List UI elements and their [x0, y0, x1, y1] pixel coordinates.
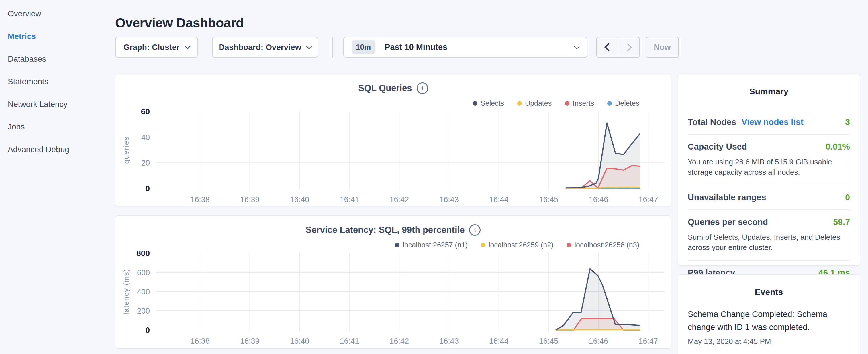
- svg-text:600: 600: [137, 268, 150, 277]
- summary-row-queries-per-second: Queries per second 59.7 Sum of Selects, …: [688, 210, 850, 261]
- chevron-down-icon: [574, 43, 580, 49]
- sidebar-item-network-latency[interactable]: Network Latency: [0, 93, 112, 116]
- page-title: Overview Dashboard: [115, 15, 244, 31]
- chevron-down-icon: [306, 43, 312, 49]
- svg-text:0: 0: [145, 184, 150, 193]
- svg-text:16:40: 16:40: [290, 195, 309, 204]
- summary-description: You are using 28.6 MiB of 515.9 GiB usab…: [688, 157, 850, 178]
- time-range-label: Past 10 Minutes: [384, 42, 447, 52]
- event-item[interactable]: Schema Change Completed: Schema change w…: [688, 308, 850, 334]
- summary-value: 0: [845, 192, 850, 202]
- sidebar-item-statements[interactable]: Statements: [0, 70, 112, 93]
- svg-text:16:42: 16:42: [390, 337, 409, 345]
- time-range-badge: 10m: [352, 40, 375, 54]
- svg-text:16:46: 16:46: [589, 195, 608, 204]
- svg-text:16:45: 16:45: [539, 195, 559, 204]
- svg-text:latency (ms): latency (ms): [122, 269, 130, 315]
- view-nodes-list-link[interactable]: View nodes list: [741, 117, 803, 127]
- svg-text:16:44: 16:44: [489, 195, 509, 204]
- latency-chart[interactable]: 020040060080016:3816:3916:4016:4116:4216…: [116, 216, 672, 349]
- summary-label: Unavailable ranges: [688, 192, 766, 202]
- summary-row-total-nodes: Total Nodes View nodes list 3: [688, 110, 850, 135]
- time-step-buttons: [596, 37, 640, 58]
- summary-heading: Summary: [688, 87, 850, 96]
- svg-text:16:42: 16:42: [390, 195, 409, 204]
- svg-text:16:47: 16:47: [639, 195, 658, 204]
- svg-text:16:38: 16:38: [190, 337, 210, 345]
- service-latency-chart-card: Service Latency: SQL, 99th percentile i …: [115, 215, 671, 349]
- svg-text:200: 200: [137, 307, 150, 315]
- svg-text:16:43: 16:43: [439, 195, 459, 204]
- sidebar-item-advanced-debug[interactable]: Advanced Debug: [0, 138, 112, 161]
- svg-text:60: 60: [141, 107, 150, 116]
- svg-text:20: 20: [141, 159, 150, 167]
- dashboard-label: Dashboard: Overview: [219, 43, 302, 52]
- svg-text:40: 40: [141, 133, 150, 142]
- svg-text:0: 0: [145, 326, 150, 334]
- summary-row-unavailable-ranges: Unavailable ranges 0: [688, 185, 850, 210]
- chevron-right-icon: [624, 43, 631, 51]
- svg-text:16:47: 16:47: [639, 337, 658, 345]
- svg-text:16:39: 16:39: [240, 337, 260, 345]
- svg-text:queries: queries: [122, 136, 130, 164]
- summary-row-capacity-used: Capacity Used 0.01% You are using 28.6 M…: [688, 135, 850, 185]
- chevron-down-icon: [184, 43, 190, 49]
- summary-label: Queries per second: [688, 217, 768, 227]
- svg-text:16:41: 16:41: [340, 195, 359, 204]
- summary-description: Sum of Selects, Updates, Inserts, and De…: [688, 232, 850, 253]
- svg-text:16:43: 16:43: [439, 337, 459, 345]
- now-button[interactable]: Now: [646, 37, 679, 58]
- app-root: Overview Metrics Databases Statements Ne…: [0, 0, 868, 354]
- sidebar-item-overview[interactable]: Overview: [0, 2, 112, 25]
- summary-value: 3: [845, 117, 850, 127]
- chevron-left-icon: [604, 43, 613, 52]
- events-heading: Events: [688, 287, 850, 297]
- sidebar-item-databases[interactable]: Databases: [0, 47, 112, 70]
- time-range-dropdown[interactable]: 10m Past 10 Minutes: [343, 37, 587, 58]
- graph-scope-label: Graph: Cluster: [123, 43, 179, 52]
- summary-label: Capacity Used: [688, 142, 747, 152]
- svg-text:16:40: 16:40: [290, 337, 309, 345]
- summary-panel: Summary Total Nodes View nodes list 3 Ca…: [678, 74, 860, 266]
- summary-value: 59.7: [833, 217, 850, 227]
- time-step-prev-button[interactable]: [597, 37, 618, 57]
- summary-value: 0.01%: [826, 142, 850, 152]
- sql-queries-chart[interactable]: 020406016:3816:3916:4016:4116:4216:4316:…: [116, 74, 672, 207]
- dashboard-dropdown[interactable]: Dashboard: Overview: [212, 37, 318, 58]
- svg-text:16:44: 16:44: [489, 337, 509, 345]
- svg-text:400: 400: [137, 288, 150, 296]
- time-step-next-button[interactable]: [618, 37, 639, 57]
- summary-label: Total Nodes: [688, 117, 736, 127]
- toolbar-divider: [332, 37, 333, 58]
- sql-queries-chart-card: SQL Queries i SelectsUpdatesInsertsDelet…: [115, 74, 671, 206]
- sidebar-item-metrics[interactable]: Metrics: [0, 25, 112, 47]
- svg-text:16:38: 16:38: [190, 195, 210, 204]
- sidebar: Overview Metrics Databases Statements Ne…: [0, 0, 112, 354]
- graph-scope-dropdown[interactable]: Graph: Cluster: [115, 37, 198, 58]
- svg-text:16:41: 16:41: [340, 337, 359, 345]
- svg-text:800: 800: [136, 249, 150, 258]
- svg-text:16:39: 16:39: [240, 195, 260, 204]
- sidebar-item-jobs[interactable]: Jobs: [0, 116, 112, 138]
- events-panel: Events Schema Change Completed: Schema c…: [678, 275, 860, 354]
- svg-text:16:45: 16:45: [539, 337, 559, 345]
- svg-text:16:46: 16:46: [589, 337, 608, 345]
- event-timestamp: May 13, 2020 at 4:45 PM: [688, 337, 850, 346]
